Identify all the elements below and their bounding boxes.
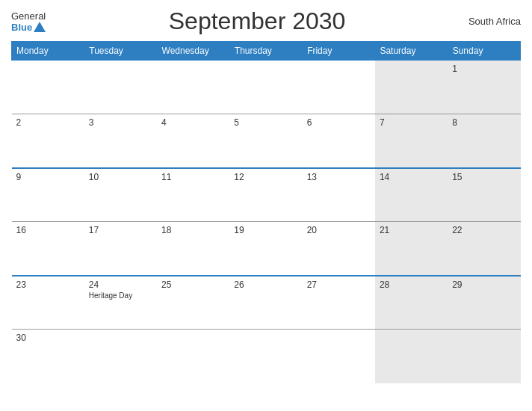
table-row: 28 — [375, 276, 448, 330]
table-row: 6 — [303, 114, 375, 168]
day-number: 28 — [380, 279, 443, 290]
table-row: 29 — [448, 276, 520, 330]
table-row — [303, 330, 375, 383]
day-number: 24 — [89, 279, 152, 290]
table-row: 14 — [375, 168, 448, 222]
col-tuesday: Tuesday — [84, 42, 157, 61]
day-number: 25 — [161, 279, 225, 290]
day-number: 14 — [380, 172, 443, 182]
day-number: 4 — [161, 117, 225, 128]
col-friday: Friday — [303, 42, 375, 61]
day-number: 11 — [161, 172, 225, 182]
table-row — [375, 61, 448, 114]
table-row — [229, 330, 302, 383]
day-number: 9 — [16, 172, 80, 182]
logo-general-text: General — [11, 10, 46, 22]
day-number: 7 — [380, 117, 443, 128]
calendar-body: 123456789101112131415161718192021222324H… — [12, 61, 521, 383]
day-number: 27 — [307, 279, 371, 290]
holiday-label: Heritage Day — [89, 291, 152, 300]
day-number: 17 — [89, 225, 152, 235]
table-row: 15 — [448, 168, 520, 222]
day-number: 6 — [307, 117, 371, 128]
day-number: 26 — [234, 279, 297, 290]
table-row: 25 — [157, 276, 229, 330]
table-row: 30 — [12, 330, 84, 383]
day-number: 19 — [234, 225, 297, 235]
table-row: 18 — [157, 222, 229, 276]
day-number: 13 — [307, 172, 371, 182]
logo-blue-text: Blue — [11, 22, 46, 33]
logo: General Blue — [11, 10, 46, 33]
table-row — [229, 61, 302, 114]
table-row: 12 — [229, 168, 302, 222]
day-number: 5 — [234, 117, 297, 128]
day-number: 29 — [452, 279, 516, 290]
day-number: 3 — [89, 117, 152, 128]
table-row: 8 — [448, 114, 520, 168]
calendar-table: Monday Tuesday Wednesday Thursday Friday… — [11, 41, 521, 383]
table-row: 16 — [12, 222, 84, 276]
table-row: 2 — [12, 114, 84, 168]
table-row — [375, 330, 448, 383]
day-number: 18 — [161, 225, 225, 235]
table-row — [448, 330, 520, 383]
col-wednesday: Wednesday — [157, 42, 229, 61]
table-row: 24Heritage Day — [84, 276, 157, 330]
country-label: South Africa — [468, 16, 521, 27]
table-row: 23 — [12, 276, 84, 330]
table-row — [157, 330, 229, 383]
table-row: 22 — [448, 222, 520, 276]
day-number: 22 — [452, 225, 516, 235]
day-number: 30 — [16, 333, 80, 343]
table-row: 7 — [375, 114, 448, 168]
table-row: 9 — [12, 168, 84, 222]
day-number: 8 — [452, 117, 516, 128]
day-number: 21 — [380, 225, 443, 235]
table-row: 13 — [303, 168, 375, 222]
table-row: 1 — [448, 61, 520, 114]
table-row — [84, 330, 157, 383]
col-monday: Monday — [12, 42, 84, 61]
table-row — [303, 61, 375, 114]
logo-triangle-icon — [34, 22, 46, 32]
table-row — [157, 61, 229, 114]
day-number: 2 — [16, 117, 80, 128]
table-row: 20 — [303, 222, 375, 276]
calendar-header: General Blue September 2030 South Africa — [11, 7, 521, 35]
table-row: 26 — [229, 276, 302, 330]
col-saturday: Saturday — [375, 42, 448, 61]
table-row: 17 — [84, 222, 157, 276]
day-number: 23 — [16, 279, 80, 290]
table-row: 19 — [229, 222, 302, 276]
day-number: 12 — [234, 172, 297, 182]
table-row — [12, 61, 84, 114]
day-number: 16 — [16, 225, 80, 235]
table-row — [84, 61, 157, 114]
calendar-header-row: Monday Tuesday Wednesday Thursday Friday… — [12, 42, 521, 61]
day-number: 20 — [307, 225, 371, 235]
table-row: 5 — [229, 114, 302, 168]
day-number: 10 — [89, 172, 152, 182]
calendar-title: September 2030 — [169, 7, 346, 35]
table-row: 10 — [84, 168, 157, 222]
table-row: 11 — [157, 168, 229, 222]
table-row: 3 — [84, 114, 157, 168]
col-thursday: Thursday — [229, 42, 302, 61]
day-number: 1 — [452, 64, 516, 74]
table-row: 21 — [375, 222, 448, 276]
table-row: 4 — [157, 114, 229, 168]
day-number: 15 — [452, 172, 516, 182]
col-sunday: Sunday — [448, 42, 520, 61]
table-row: 27 — [303, 276, 375, 330]
calendar-container: General Blue September 2030 South Africa… — [0, 0, 532, 411]
